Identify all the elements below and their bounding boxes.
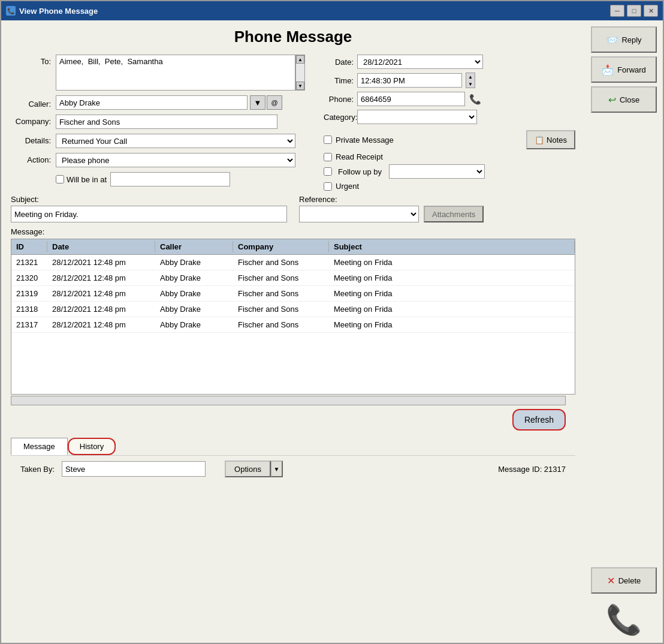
history-tab[interactable]: History	[68, 438, 116, 455]
forward-button[interactable]: 📩 Forward	[591, 56, 657, 83]
right-column: Date: 28/12/2021 Time: ▲ ▼ Ph	[324, 55, 575, 191]
table-row[interactable]: 21321 28/12/2021 12:48 pm Abby Drake Fis…	[11, 255, 575, 270]
action-row: Action: Please phone	[11, 153, 318, 167]
notes-button[interactable]: 📋 Notes	[526, 130, 575, 149]
follow-up-select[interactable]	[389, 164, 485, 179]
table-body: 21321 28/12/2021 12:48 pm Abby Drake Fis…	[11, 255, 575, 393]
minimize-button[interactable]: ─	[610, 5, 624, 17]
action-select[interactable]: Please phone	[56, 153, 295, 167]
top-section: To: ▲ ▼ Caller:	[11, 55, 575, 191]
cell-id: 21321	[11, 257, 47, 268]
caller-input[interactable]	[56, 95, 248, 110]
phone-label: Phone:	[324, 95, 354, 104]
window-close-button[interactable]: ✕	[644, 5, 658, 17]
subject-right: Reference: Attachments	[299, 195, 575, 222]
read-receipt-label: Read Receipt	[336, 152, 383, 161]
time-input[interactable]	[357, 73, 462, 88]
time-down-btn[interactable]: ▼	[466, 80, 475, 88]
category-select[interactable]	[357, 110, 477, 124]
page-title: Phone Message	[11, 28, 575, 46]
scroll-down-btn[interactable]: ▼	[296, 82, 304, 90]
urgent-row: Urgent	[324, 182, 575, 191]
cell-subject: Meeting on Frida	[329, 319, 575, 330]
cell-date: 28/12/2021 12:48 pm	[47, 272, 155, 284]
cell-id: 21319	[11, 288, 47, 299]
left-column: To: ▲ ▼ Caller:	[11, 55, 318, 191]
details-select[interactable]: Returned Your Call	[56, 134, 295, 148]
urgent-checkbox[interactable]	[324, 182, 332, 191]
caller-dropdown-btn[interactable]: ▼	[250, 95, 265, 110]
attachments-button[interactable]: Attachments	[424, 206, 484, 222]
table-row[interactable]: 21319 28/12/2021 12:48 pm Abby Drake Fis…	[11, 286, 575, 302]
willin-checkbox[interactable]	[56, 175, 64, 183]
time-row: Time: ▲ ▼	[324, 73, 575, 88]
cell-subject: Meeting on Frida	[329, 272, 575, 284]
close-button[interactable]: ↩ Close	[591, 86, 657, 113]
message-table: ID Date Caller Company Subject 21321 28/…	[11, 239, 575, 395]
cell-company: Fischer and Sons	[233, 257, 329, 268]
spacer	[591, 116, 657, 564]
phone-big-icon: 📞	[591, 603, 657, 637]
options-button[interactable]: Options	[225, 461, 271, 477]
scroll-up-btn[interactable]: ▲	[296, 55, 304, 64]
willin-input[interactable]	[110, 172, 230, 186]
subject-input[interactable]	[11, 206, 287, 222]
options-btn-row: Options ▼	[225, 461, 283, 477]
read-receipt-row: Read Receipt	[324, 152, 575, 161]
refresh-button[interactable]: Refresh	[512, 409, 566, 431]
cell-date: 28/12/2021 12:48 pm	[47, 257, 155, 268]
category-label: Category:	[324, 113, 354, 122]
to-scrollbar: ▲ ▼	[295, 55, 305, 91]
main-window: 📞 View Phone Message ─ □ ✕ Phone Message…	[0, 0, 664, 644]
window-title: View Phone Message	[19, 7, 98, 16]
company-label: Company:	[11, 115, 56, 126]
col-caller: Caller	[155, 241, 233, 252]
reference-select[interactable]	[299, 206, 419, 222]
read-receipt-checkbox[interactable]	[324, 153, 332, 161]
delete-button[interactable]: ✕ Delete	[591, 567, 657, 594]
company-row: Company:	[11, 115, 318, 129]
table-row[interactable]: 21317 28/12/2021 12:48 pm Abby Drake Fis…	[11, 317, 575, 333]
taken-by-input[interactable]	[62, 461, 206, 477]
table-row[interactable]: 21320 28/12/2021 12:48 pm Abby Drake Fis…	[11, 270, 575, 286]
cell-caller: Abby Drake	[155, 272, 233, 284]
reply-button[interactable]: 📨 Reply	[591, 26, 657, 53]
main-content: Phone Message To: ▲ ▼	[1, 20, 663, 643]
category-row: Category:	[324, 110, 575, 124]
title-bar: 📞 View Phone Message ─ □ ✕	[1, 1, 663, 20]
company-input[interactable]	[56, 115, 277, 129]
action-label: Action:	[11, 153, 56, 164]
cell-id: 21320	[11, 272, 47, 284]
notes-icon: 📋	[535, 136, 544, 145]
subject-label: Subject:	[11, 195, 287, 204]
reference-row: Attachments	[299, 206, 575, 222]
details-label: Details:	[11, 134, 56, 145]
time-up-btn[interactable]: ▲	[466, 73, 475, 80]
close-icon: ↩	[608, 94, 616, 106]
subject-section: Subject: Reference: Attachments	[11, 195, 575, 222]
table-row[interactable]: 21318 28/12/2021 12:48 pm Abby Drake Fis…	[11, 302, 575, 317]
delete-icon: ✕	[607, 575, 615, 586]
private-message-row: Private Message	[324, 136, 394, 145]
horizontal-scrollbar[interactable]	[11, 396, 566, 405]
cell-caller: Abby Drake	[155, 257, 233, 268]
cell-company: Fischer and Sons	[233, 303, 329, 315]
cell-caller: Abby Drake	[155, 303, 233, 315]
options-panel: Private Message 📋 Notes Read Receipt	[324, 130, 575, 191]
date-select[interactable]: 28/12/2021	[357, 55, 483, 69]
private-message-checkbox[interactable]	[324, 136, 332, 144]
phone-call-btn[interactable]: 📞	[467, 92, 483, 106]
to-input[interactable]	[56, 55, 295, 91]
options-arrow-button[interactable]: ▼	[271, 461, 283, 477]
date-row: Date: 28/12/2021	[324, 55, 575, 69]
follow-up-checkbox[interactable]	[324, 167, 332, 176]
message-id: Message ID: 21317	[498, 465, 566, 474]
message-tab[interactable]: Message	[11, 438, 68, 455]
reply-icon: 📨	[606, 34, 618, 46]
maximize-button[interactable]: □	[627, 5, 641, 17]
phone-field: 📞	[357, 92, 483, 106]
phone-row: Phone: 📞	[324, 92, 575, 106]
caller-email-btn[interactable]: @	[267, 95, 282, 110]
to-label: To:	[11, 55, 56, 66]
phone-input[interactable]	[357, 92, 465, 106]
